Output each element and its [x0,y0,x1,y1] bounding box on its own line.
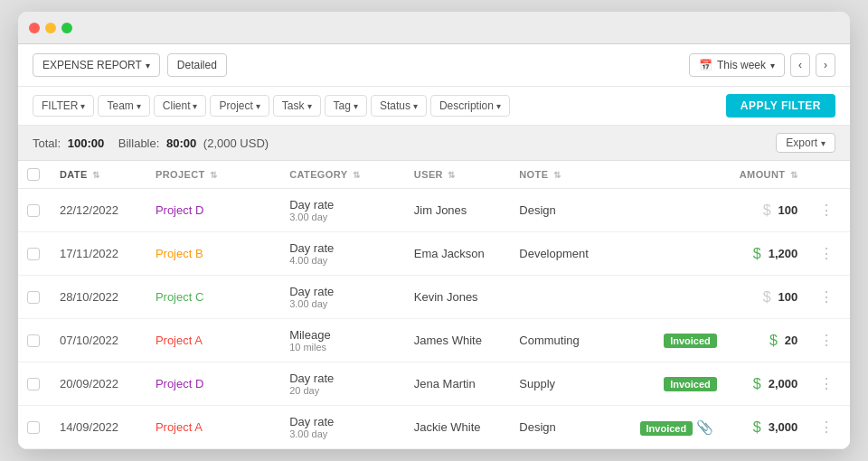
dollar-sign-icon: $ [763,202,771,219]
minimize-button[interactable] [45,23,56,33]
prev-week-button[interactable]: ‹ [790,53,810,77]
row-project[interactable]: Project D [146,362,280,406]
description-filter-button[interactable]: Description ▾ [430,95,510,117]
calendar-icon: 📅 [699,59,712,71]
week-selector-button[interactable]: 📅 This week ▾ [689,53,785,77]
table-row: 17/11/2022Project BDay rate4.00 dayEma J… [18,232,850,276]
row-checkbox[interactable] [18,276,51,319]
chevron-down-icon: ▾ [146,61,150,71]
row-checkbox[interactable] [18,406,51,449]
chevron-down-icon: ▾ [496,101,501,111]
row-project[interactable]: Project A [146,406,280,449]
row-actions[interactable]: ⋮ [807,232,850,276]
header-actions [807,161,850,189]
table-header-row: DATE ⇅ PROJECT ⇅ CATEGORY ⇅ USER ⇅ NOTE … [18,161,850,189]
chevron-down-icon: ▾ [413,101,418,111]
task-filter-button[interactable]: Task ▾ [273,95,321,117]
row-menu-button[interactable]: ⋮ [816,332,838,350]
header-checkbox[interactable] [18,161,51,189]
row-menu-button[interactable]: ⋮ [816,245,838,263]
chevron-down-icon: ▾ [354,101,358,111]
table-row: 28/10/2022Project CDay rate3.00 dayKevin… [18,276,850,319]
tag-filter-button[interactable]: Tag ▾ [325,95,367,117]
row-status: Invoiced [625,362,725,406]
row-amount: $2,000 [726,362,807,406]
row-category: Mileage10 miles [280,319,405,362]
status-filter-button[interactable]: Status ▾ [371,95,427,117]
row-actions[interactable]: ⋮ [807,406,850,449]
row-date: 14/09/2022 [51,406,146,449]
dollar-sign-icon: $ [753,246,761,262]
project-filter-button[interactable]: Project ▾ [210,95,269,117]
invoiced-badge: Invoiced [664,377,717,391]
close-button[interactable] [29,23,40,33]
header-date[interactable]: DATE ⇅ [51,161,146,189]
row-amount: $1,200 [726,232,807,276]
toolbar-left: EXPENSE REPORT ▾ Detailed [33,53,227,77]
row-menu-button[interactable]: ⋮ [816,202,838,220]
row-user: Jena Martin [405,362,510,406]
row-status [625,276,725,319]
row-note: Design [510,406,625,449]
row-amount: $100 [726,276,807,319]
row-user: Kevin Jones [405,276,510,319]
team-filter-button[interactable]: Team ▾ [98,95,149,117]
row-user: Jim Jones [405,189,510,232]
row-actions[interactable]: ⋮ [807,276,850,319]
header-amount[interactable]: AMOUNT ⇅ [726,161,807,189]
export-button[interactable]: Export ▾ [776,133,835,153]
next-week-button[interactable]: › [816,53,835,77]
detailed-view-button[interactable]: Detailed [167,53,227,77]
row-date: 07/10/2022 [51,319,146,362]
row-actions[interactable]: ⋮ [807,319,850,362]
traffic-lights [29,23,72,33]
row-checkbox[interactable] [18,319,51,362]
row-project[interactable]: Project A [146,319,280,362]
chevron-down-icon: ▾ [821,138,826,148]
invoiced-badge: Invoiced [640,421,693,436]
row-menu-button[interactable]: ⋮ [816,288,838,306]
row-status [625,189,725,232]
row-status: Invoiced 📎 [625,406,725,449]
row-category: Day rate3.00 day [280,276,405,319]
row-project[interactable]: Project C [146,276,280,319]
chevron-down-icon: ▾ [770,61,775,71]
billable-value: 80:00 [166,136,196,150]
row-amount: $3,000 [726,406,807,449]
row-actions[interactable]: ⋮ [807,189,850,232]
row-menu-button[interactable]: ⋮ [816,419,838,437]
chevron-right-icon: › [824,59,827,71]
header-project[interactable]: PROJECT ⇅ [146,161,280,189]
row-status [625,232,725,276]
apply-filter-button[interactable]: APPLY FILTER [726,94,835,118]
header-status [625,161,725,189]
header-note[interactable]: NOTE ⇅ [510,161,625,189]
row-checkbox[interactable] [18,232,51,276]
row-date: 20/09/2022 [51,362,146,406]
dollar-sign-icon: $ [753,376,761,392]
header-category[interactable]: CATEGORY ⇅ [280,161,405,189]
table-row: 22/12/2022Project DDay rate3.00 dayJim J… [18,189,850,232]
expense-report-button[interactable]: EXPENSE REPORT ▾ [33,53,160,77]
summary-text: Total: 100:00 Billable: 80:00 (2,000 USD… [33,136,269,150]
row-project[interactable]: Project B [146,232,280,276]
row-menu-button[interactable]: ⋮ [816,375,838,393]
row-checkbox[interactable] [18,189,51,232]
row-project[interactable]: Project D [146,189,280,232]
chevron-down-icon: ▾ [193,101,197,111]
row-checkbox[interactable] [18,362,51,406]
row-actions[interactable]: ⋮ [807,362,850,406]
chevron-down-icon: ▾ [256,101,260,111]
row-category: Day rate4.00 day [280,232,405,276]
row-user: Jackie White [405,406,510,449]
filter-button[interactable]: FILTER ▾ [33,95,94,117]
row-category: Day rate3.00 day [280,406,405,449]
dollar-sign-icon: $ [769,333,778,349]
header-user[interactable]: USER ⇅ [405,161,510,189]
maximize-button[interactable] [61,23,72,33]
row-category: Day rate3.00 day [280,189,405,232]
row-note: Design [510,189,625,232]
chevron-down-icon: ▾ [307,101,312,111]
client-filter-button[interactable]: Client ▾ [154,95,207,117]
row-user: Ema Jackson [405,232,510,276]
